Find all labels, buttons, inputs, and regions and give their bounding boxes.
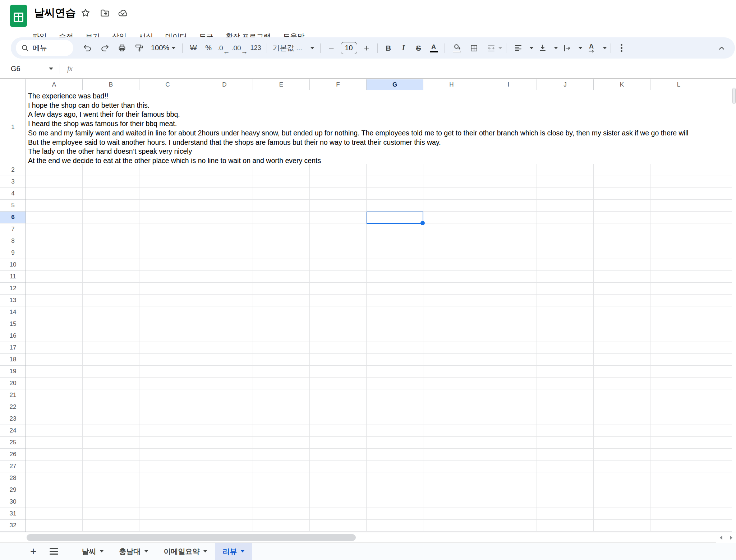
cell-B13[interactable] bbox=[83, 295, 139, 306]
column-header-G[interactable]: G bbox=[367, 79, 423, 90]
cell-C23[interactable] bbox=[139, 413, 196, 425]
cell-A9[interactable] bbox=[26, 247, 83, 259]
cell-B26[interactable] bbox=[83, 449, 139, 461]
star-icon[interactable] bbox=[80, 7, 91, 19]
cell-K21[interactable] bbox=[594, 389, 650, 401]
cell-C13[interactable] bbox=[139, 295, 196, 306]
row-header-21[interactable]: 21 bbox=[0, 389, 26, 401]
cell-K24[interactable] bbox=[594, 425, 650, 437]
cell-D13[interactable] bbox=[196, 295, 253, 306]
row-header-6[interactable]: 6 bbox=[0, 212, 26, 223]
cell-G8[interactable] bbox=[367, 235, 423, 247]
cell-I22[interactable] bbox=[480, 401, 537, 413]
percent-format-button[interactable]: % bbox=[201, 41, 216, 56]
cell-H16[interactable] bbox=[423, 330, 480, 342]
cell-A16[interactable] bbox=[26, 330, 83, 342]
cell-C11[interactable] bbox=[139, 271, 196, 283]
cell-G30[interactable] bbox=[367, 496, 423, 508]
cell-M10[interactable] bbox=[707, 259, 732, 271]
cell-F4[interactable] bbox=[310, 188, 367, 200]
cell-D24[interactable] bbox=[196, 425, 253, 437]
cell-D17[interactable] bbox=[196, 342, 253, 354]
cell-I32[interactable] bbox=[480, 520, 537, 532]
cell-K29[interactable] bbox=[594, 484, 650, 496]
cell-L30[interactable] bbox=[650, 496, 707, 508]
cell-F31[interactable] bbox=[310, 508, 367, 520]
cell-B10[interactable] bbox=[83, 259, 139, 271]
borders-button[interactable] bbox=[466, 41, 482, 56]
row-header-28[interactable]: 28 bbox=[0, 472, 26, 484]
cell-G24[interactable] bbox=[367, 425, 423, 437]
column-header-H[interactable]: H bbox=[423, 79, 480, 90]
cell-G31[interactable] bbox=[367, 508, 423, 520]
cell-M14[interactable] bbox=[707, 306, 732, 318]
cell-K31[interactable] bbox=[594, 508, 650, 520]
row-header-24[interactable]: 24 bbox=[0, 425, 26, 437]
cell-A12[interactable] bbox=[26, 283, 83, 295]
cell-A11[interactable] bbox=[26, 271, 83, 283]
cell-I20[interactable] bbox=[480, 378, 537, 389]
vertical-scrollbar-thumb[interactable] bbox=[732, 88, 736, 104]
cell-L27[interactable] bbox=[650, 461, 707, 472]
add-sheet-button[interactable]: + bbox=[30, 546, 37, 557]
row-header-25[interactable]: 25 bbox=[0, 437, 26, 449]
cell-I15[interactable] bbox=[480, 318, 537, 330]
cell-L16[interactable] bbox=[650, 330, 707, 342]
cell-H13[interactable] bbox=[423, 295, 480, 306]
cell-C29[interactable] bbox=[139, 484, 196, 496]
cell-M15[interactable] bbox=[707, 318, 732, 330]
row-header-5[interactable]: 5 bbox=[0, 200, 26, 212]
cell-D15[interactable] bbox=[196, 318, 253, 330]
cell-J28[interactable] bbox=[537, 472, 594, 484]
cell-K30[interactable] bbox=[594, 496, 650, 508]
cell-F7[interactable] bbox=[310, 223, 367, 235]
cell-L11[interactable] bbox=[650, 271, 707, 283]
cell-I23[interactable] bbox=[480, 413, 537, 425]
cell-A26[interactable] bbox=[26, 449, 83, 461]
cell-F17[interactable] bbox=[310, 342, 367, 354]
cell-H10[interactable] bbox=[423, 259, 480, 271]
cell-A31[interactable] bbox=[26, 508, 83, 520]
cell-G15[interactable] bbox=[367, 318, 423, 330]
cell-C14[interactable] bbox=[139, 306, 196, 318]
cell-C3[interactable] bbox=[139, 176, 196, 188]
cell-K10[interactable] bbox=[594, 259, 650, 271]
cell-B12[interactable] bbox=[83, 283, 139, 295]
cell-M19[interactable] bbox=[707, 366, 732, 378]
cell-E22[interactable] bbox=[253, 401, 310, 413]
cell-D6[interactable] bbox=[196, 212, 253, 223]
row-header-12[interactable]: 12 bbox=[0, 283, 26, 295]
cell-J23[interactable] bbox=[537, 413, 594, 425]
cell-E26[interactable] bbox=[253, 449, 310, 461]
cell-K9[interactable] bbox=[594, 247, 650, 259]
cell-G2[interactable] bbox=[367, 164, 423, 176]
cell-J17[interactable] bbox=[537, 342, 594, 354]
row-header-8[interactable]: 8 bbox=[0, 235, 26, 247]
cell-E11[interactable] bbox=[253, 271, 310, 283]
cell-E3[interactable] bbox=[253, 176, 310, 188]
column-header-F[interactable]: F bbox=[310, 79, 367, 90]
cell-C20[interactable] bbox=[139, 378, 196, 389]
row-header-31[interactable]: 31 bbox=[0, 508, 26, 520]
print-button[interactable] bbox=[114, 41, 130, 56]
cell-I25[interactable] bbox=[480, 437, 537, 449]
column-header-J[interactable]: J bbox=[537, 79, 594, 90]
cell-D21[interactable] bbox=[196, 389, 253, 401]
cell-D20[interactable] bbox=[196, 378, 253, 389]
cell-M24[interactable] bbox=[707, 425, 732, 437]
cell-M9[interactable] bbox=[707, 247, 732, 259]
cell-H22[interactable] bbox=[423, 401, 480, 413]
scroll-left-button[interactable] bbox=[716, 532, 726, 543]
cell-K28[interactable] bbox=[594, 472, 650, 484]
cell-G27[interactable] bbox=[367, 461, 423, 472]
cell-J24[interactable] bbox=[537, 425, 594, 437]
cell-G20[interactable] bbox=[367, 378, 423, 389]
cell-F3[interactable] bbox=[310, 176, 367, 188]
cell-H3[interactable] bbox=[423, 176, 480, 188]
cell-H27[interactable] bbox=[423, 461, 480, 472]
cell-F10[interactable] bbox=[310, 259, 367, 271]
cell-E16[interactable] bbox=[253, 330, 310, 342]
cell-G26[interactable] bbox=[367, 449, 423, 461]
cell-A13[interactable] bbox=[26, 295, 83, 306]
row-header-23[interactable]: 23 bbox=[0, 413, 26, 425]
